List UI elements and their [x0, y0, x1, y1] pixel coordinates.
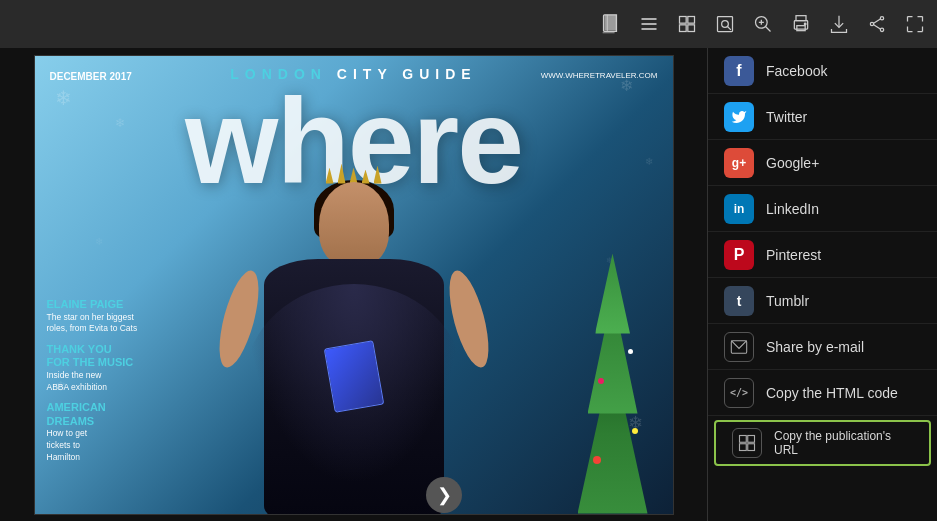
print-icon[interactable] — [791, 14, 811, 34]
magazine-articles: ELAINE PAIGE The star on her biggestrole… — [47, 298, 138, 463]
svg-rect-15 — [796, 16, 806, 21]
copy-url-button[interactable]: Copy the publication's URL — [714, 420, 931, 466]
svg-point-9 — [722, 21, 729, 28]
toolbar — [0, 0, 937, 48]
linkedin-icon: in — [724, 194, 754, 224]
next-arrow-icon: ❯ — [437, 484, 452, 506]
share-pinterest-button[interactable]: P Pinterest — [708, 232, 937, 278]
email-label: Share by e-mail — [766, 339, 864, 355]
copy-html-button[interactable]: </> Copy the HTML code — [708, 370, 937, 416]
share-google-button[interactable]: g+ Google+ — [708, 140, 937, 186]
thumbnails-icon[interactable] — [677, 14, 697, 34]
share-tumblr-button[interactable]: t Tumblr — [708, 278, 937, 324]
svg-point-20 — [870, 22, 873, 25]
fullscreen-icon[interactable] — [905, 14, 925, 34]
search-page-icon[interactable] — [715, 14, 735, 34]
zoom-icon[interactable] — [753, 14, 773, 34]
svg-rect-27 — [740, 444, 747, 451]
pinterest-label: Pinterest — [766, 247, 821, 263]
pinterest-icon: P — [724, 240, 754, 270]
svg-rect-28 — [748, 444, 755, 451]
twitter-icon — [724, 102, 754, 132]
share-facebook-button[interactable]: f Facebook — [708, 48, 937, 94]
share-panel: f Facebook Twitter g+ Google+ in LinkedI… — [707, 48, 937, 521]
share-email-button[interactable]: Share by e-mail — [708, 324, 937, 370]
cover-person — [204, 144, 504, 514]
download-icon[interactable] — [829, 14, 849, 34]
menu-icon[interactable] — [639, 14, 659, 34]
twitter-label: Twitter — [766, 109, 807, 125]
svg-rect-4 — [680, 17, 687, 24]
html-label: Copy the HTML code — [766, 385, 898, 401]
facebook-icon: f — [724, 56, 754, 86]
share-toolbar-icon[interactable] — [867, 14, 887, 34]
share-menu: f Facebook Twitter g+ Google+ in LinkedI… — [708, 48, 937, 521]
html-icon: </> — [724, 378, 754, 408]
svg-rect-17 — [797, 26, 805, 31]
svg-rect-7 — [688, 25, 695, 32]
google-label: Google+ — [766, 155, 819, 171]
share-linkedin-button[interactable]: in LinkedIn — [708, 186, 937, 232]
tumblr-label: Tumblr — [766, 293, 809, 309]
facebook-label: Facebook — [766, 63, 827, 79]
magazine-cover: ❄ ❄ ❄ ❄ ❄ ❄ ❄ ❄ DECEMBER 2017 WWW.WHERET… — [34, 55, 674, 515]
email-icon — [724, 332, 754, 362]
svg-point-18 — [804, 23, 806, 25]
main-content: ❄ ❄ ❄ ❄ ❄ ❄ ❄ ❄ DECEMBER 2017 WWW.WHERET… — [0, 48, 937, 521]
christmas-tree — [573, 314, 653, 514]
url-label: Copy the publication's URL — [774, 429, 913, 457]
book-icon[interactable] — [599, 13, 621, 35]
svg-line-22 — [874, 19, 881, 23]
svg-rect-26 — [748, 436, 755, 443]
svg-line-10 — [728, 27, 731, 30]
svg-rect-6 — [680, 25, 687, 32]
google-icon: g+ — [724, 148, 754, 178]
magazine-area: ❄ ❄ ❄ ❄ ❄ ❄ ❄ ❄ DECEMBER 2017 WWW.WHERET… — [0, 48, 707, 521]
svg-rect-5 — [688, 17, 695, 24]
svg-point-21 — [880, 28, 883, 31]
svg-line-12 — [766, 27, 771, 32]
linkedin-label: LinkedIn — [766, 201, 819, 217]
next-page-button[interactable]: ❯ — [426, 477, 462, 513]
svg-line-23 — [874, 25, 881, 29]
share-twitter-button[interactable]: Twitter — [708, 94, 937, 140]
url-icon — [732, 428, 762, 458]
tumblr-icon: t — [724, 286, 754, 316]
svg-point-19 — [880, 17, 883, 20]
svg-rect-25 — [740, 436, 747, 443]
